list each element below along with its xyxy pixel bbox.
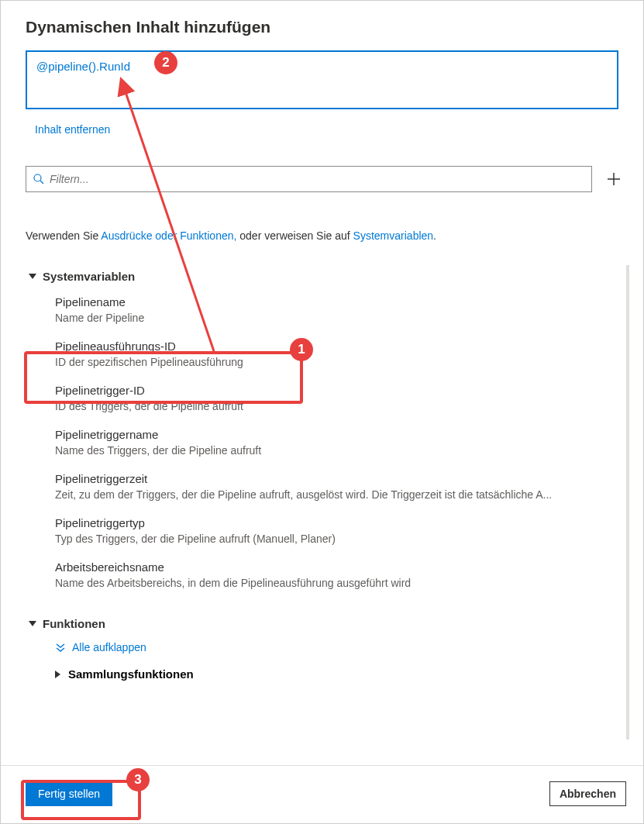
tree-area: Systemvariablen Pipelinename Name der Pi…	[29, 265, 629, 740]
sysvar-item-workspacename[interactable]: Arbeitsbereichsname Name des Arbeitsbere…	[29, 553, 626, 597]
expand-all-link[interactable]: Alle aufklappen	[29, 635, 626, 660]
expand-all-icon	[55, 642, 66, 653]
svg-line-1	[40, 181, 43, 184]
item-desc: Name der Pipeline	[55, 312, 623, 324]
sysvar-item-triggerid[interactable]: Pipelinetrigger-ID ID des Triggers, der …	[29, 376, 626, 420]
sysvar-item-runid[interactable]: Pipelineausführungs-ID ID der spezifisch…	[29, 332, 626, 376]
collection-functions-header[interactable]: Sammlungsfunktionen	[29, 660, 626, 685]
item-title: Pipelinetriggername	[55, 428, 623, 441]
item-title: Arbeitsbereichsname	[55, 560, 623, 574]
item-desc: ID der spezifischen Pipelineausführung	[55, 356, 623, 368]
item-title: Pipelinename	[55, 295, 623, 309]
remove-content-link[interactable]: Inhalt entfernen	[35, 123, 110, 136]
functions-section-header[interactable]: Funktionen	[29, 612, 626, 635]
caret-down-icon	[29, 274, 36, 279]
item-desc: Zeit, zu dem der Triggers, der die Pipel…	[55, 488, 623, 501]
item-title: Pipelineausführungs-ID	[55, 340, 623, 353]
item-desc: Name des Arbeitsbereichs, in dem die Pip…	[55, 577, 623, 589]
search-icon	[33, 173, 45, 185]
footer: Fertig stellen Abbrechen	[1, 765, 643, 823]
expression-input[interactable]: @pipeline().RunId	[26, 50, 618, 109]
sysvars-link[interactable]: Systemvariablen	[353, 229, 434, 242]
item-desc: ID des Triggers, der die Pipeline aufruf…	[55, 400, 623, 412]
cancel-button[interactable]: Abbrechen	[549, 781, 626, 806]
item-desc: Name des Triggers, der die Pipeline aufr…	[55, 444, 623, 457]
filter-input-container[interactable]	[26, 166, 592, 192]
sysvar-item-triggertype[interactable]: Pipelinetriggertyp Typ des Triggers, der…	[29, 509, 626, 553]
filter-input[interactable]	[50, 173, 585, 185]
item-desc: Typ des Triggers, der die Pipeline aufru…	[55, 533, 623, 545]
caret-right-icon	[55, 671, 60, 678]
item-title: Pipelinetrigger-ID	[55, 384, 623, 397]
svg-point-0	[34, 174, 41, 181]
sysvar-item-triggername[interactable]: Pipelinetriggername Name des Triggers, d…	[29, 420, 626, 464]
item-title: Pipelinetriggerzeit	[55, 472, 623, 485]
hint-text: Verwenden Sie Ausdrücke oder Funktionen,…	[26, 229, 618, 242]
finish-button[interactable]: Fertig stellen	[26, 781, 112, 806]
expressions-link[interactable]: Ausdrücke oder Funktionen,	[101, 229, 236, 242]
caret-down-icon	[29, 621, 36, 626]
add-icon[interactable]	[603, 168, 625, 190]
sysvars-section-header[interactable]: Systemvariablen	[29, 265, 626, 288]
item-title: Pipelinetriggertyp	[55, 516, 623, 529]
sysvar-item-pipelinename[interactable]: Pipelinename Name der Pipeline	[29, 288, 626, 332]
sysvar-item-triggertime[interactable]: Pipelinetriggerzeit Zeit, zu dem der Tri…	[29, 464, 626, 509]
panel-title: Dynamischen Inhalt hinzufügen	[1, 1, 643, 50]
